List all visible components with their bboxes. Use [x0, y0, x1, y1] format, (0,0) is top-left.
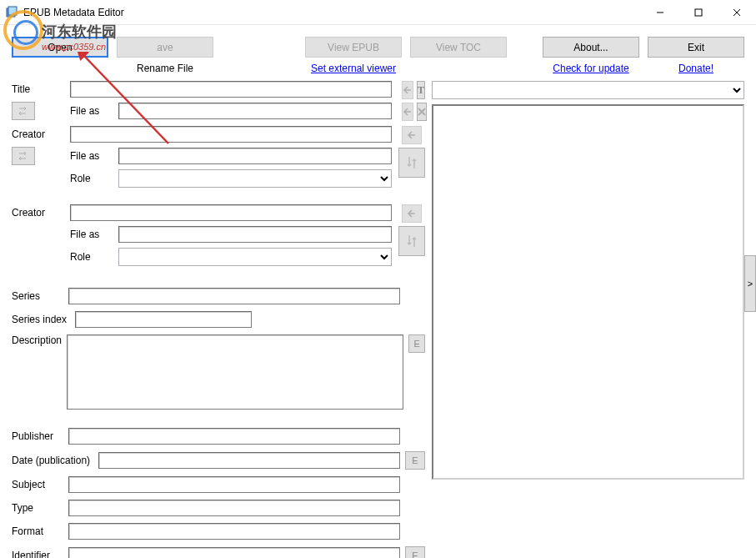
exit-button[interactable]: Exit — [648, 37, 744, 58]
creator-swap-button[interactable] — [398, 148, 425, 178]
date-pub-label: Date (publication) — [12, 455, 93, 466]
creator1-fileas-input[interactable] — [118, 148, 392, 164]
creator2-role-label: Role — [70, 251, 112, 263]
publisher-input[interactable] — [68, 428, 400, 445]
format-input[interactable] — [68, 523, 400, 540]
swap-title-button[interactable] — [12, 102, 35, 120]
expand-handle[interactable]: > — [744, 255, 756, 312]
type-label: Type — [12, 502, 63, 514]
close-button[interactable] — [718, 0, 756, 25]
creator2-fileas-input[interactable] — [118, 226, 392, 243]
save-button[interactable]: ave — [117, 37, 213, 58]
title-fileas-back-icon[interactable] — [402, 103, 413, 121]
description-input[interactable] — [67, 334, 403, 410]
subject-input[interactable] — [68, 476, 400, 493]
identifier-input[interactable] — [68, 547, 400, 558]
creator2-role-select[interactable] — [118, 248, 392, 266]
app-icon — [5, 6, 18, 19]
creator2-input[interactable] — [70, 204, 392, 221]
creator2-back-icon[interactable] — [402, 204, 422, 223]
description-label: Description — [12, 334, 62, 346]
creator1-label: Creator — [12, 128, 45, 140]
check-update-link[interactable]: Check for update — [553, 63, 628, 74]
creator1-input[interactable] — [70, 126, 392, 143]
donate-link[interactable]: Donate! — [678, 63, 713, 74]
cover-select[interactable] — [432, 81, 744, 99]
window-title: EPUB Metadata Editor — [23, 7, 641, 18]
creator2-swap-button[interactable] — [398, 226, 425, 256]
date-edit-button[interactable]: E — [405, 451, 425, 470]
title-input[interactable] — [70, 81, 392, 98]
svg-rect-3 — [695, 9, 702, 16]
title-format-button[interactable]: T — [417, 81, 425, 99]
creator2-fileas-label: File as — [70, 229, 112, 240]
title-label: Title — [12, 83, 30, 95]
toolbar: Open ave View EPUB View TOC About... Exi… — [0, 25, 756, 61]
series-index-input[interactable] — [75, 311, 252, 328]
creator1-role-label: Role — [70, 173, 112, 184]
creator1-role-select[interactable] — [118, 169, 392, 188]
title-clear-button[interactable] — [417, 103, 427, 121]
minimize-button[interactable] — [641, 0, 679, 25]
view-epub-button[interactable]: View EPUB — [305, 37, 402, 58]
open-button[interactable]: Open — [12, 37, 108, 58]
creator1-fileas-label: File as — [70, 150, 112, 162]
titlebar: EPUB Metadata Editor — [0, 0, 756, 25]
set-external-viewer-link[interactable]: Set external viewer — [311, 63, 396, 74]
about-button[interactable]: About... — [543, 37, 639, 58]
series-label: Series — [12, 290, 63, 302]
series-index-label: Series index — [12, 314, 70, 325]
creator1-back-icon[interactable] — [402, 126, 422, 144]
description-edit-button[interactable]: E — [408, 334, 425, 353]
date-pub-input[interactable] — [98, 452, 400, 469]
view-toc-button[interactable]: View TOC — [410, 37, 507, 58]
title-back-icon[interactable] — [402, 81, 413, 99]
identifier-edit-button[interactable]: E — [405, 546, 425, 558]
series-input[interactable] — [68, 288, 400, 304]
type-input[interactable] — [68, 500, 400, 516]
format-label: Format — [12, 525, 63, 537]
swap-creator1-button[interactable] — [12, 147, 35, 165]
link-row: Rename File Set external viewer Check fo… — [0, 61, 756, 81]
creator2-label: Creator — [12, 207, 45, 219]
cover-preview — [432, 104, 744, 480]
rename-file-link[interactable]: Rename File — [137, 63, 193, 74]
svg-rect-1 — [8, 7, 17, 15]
identifier-label: Identifier — [12, 550, 63, 558]
title-fileas-label: File as — [70, 105, 112, 117]
title-fileas-input[interactable] — [118, 103, 392, 119]
maximize-button[interactable] — [679, 0, 718, 25]
subject-label: Subject — [12, 479, 63, 490]
publisher-label: Publisher — [12, 430, 63, 442]
